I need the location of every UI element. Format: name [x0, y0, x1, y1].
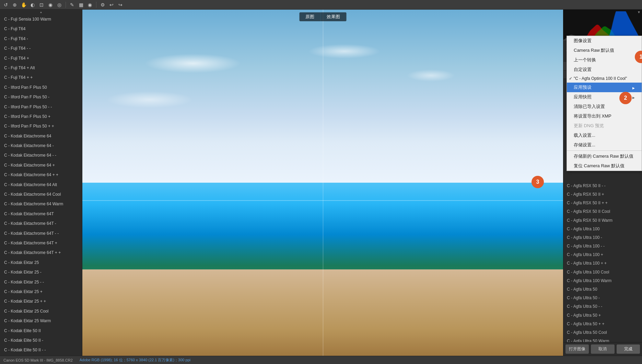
- menu-prev-conversion[interactable]: 上一个转换: [567, 55, 642, 65]
- left-preset-item[interactable]: C - Fuji T64: [0, 24, 82, 34]
- right-preset-item[interactable]: C - Agfa RSX 50 II - -: [563, 182, 642, 190]
- left-preset-item[interactable]: C - Kodak Ektar 25 -: [0, 267, 82, 277]
- tool-rotate[interactable]: ↺: [2, 1, 10, 9]
- left-preset-item[interactable]: C - Kodak Ektachrome 64 - -: [0, 150, 82, 160]
- left-preset-item[interactable]: C - Kodak Ektachrome 64T + +: [0, 248, 82, 257]
- left-preset-item[interactable]: C - Kodak Ektachrome 64T +: [0, 238, 82, 248]
- left-preset-item[interactable]: C - Kodak Ektachrome 64: [0, 131, 82, 141]
- apply-preset-arrow: [632, 85, 635, 90]
- menu-agfa-optima[interactable]: "C - Agfa Optima 100 II Cool": [567, 74, 642, 83]
- badge-3[interactable]: 3: [532, 176, 544, 188]
- right-preset-item[interactable]: C - Agfa Ultra 50: [563, 285, 642, 294]
- right-panel: 1 ▼ R: — f/2.8 1/4000 秒 G: — ISO 100 24-…: [563, 10, 642, 356]
- left-preset-item[interactable]: C - Kodak Ektachrome 64 Cool: [0, 190, 82, 199]
- right-preset-item[interactable]: C - Agfa Ultra 100: [563, 225, 642, 233]
- left-preset-item[interactable]: C - Kodak Ektachrome 64 -: [0, 141, 82, 150]
- left-preset-item[interactable]: C - Kodak Ektachrome 64 +: [0, 160, 82, 170]
- right-preset-item[interactable]: C - Agfa Ultra 100 - -: [563, 242, 642, 251]
- left-preset-item[interactable]: C - Ilford Pan F Plus 50 - -: [0, 102, 82, 112]
- left-preset-item[interactable]: C - Ilford Pan F Plus 50: [0, 83, 82, 92]
- left-preset-item[interactable]: C - Fuji T64 -: [0, 34, 82, 44]
- left-preset-item[interactable]: C - Fuji T64 + Alt: [0, 63, 82, 73]
- tool-redeye[interactable]: ◎: [56, 1, 63, 9]
- right-preset-item[interactable]: C - Agfa Ultra 50 -: [563, 294, 642, 302]
- left-preset-item[interactable]: C - Fuji Sensia 100 Warm: [0, 14, 82, 24]
- menu-clear-settings[interactable]: 清除已导入设置: [567, 102, 642, 111]
- tool-crop[interactable]: ⊡: [38, 1, 45, 9]
- right-presets-list: C - Agfa RSX 50 II - -C - Agfa RSX 50 II…: [563, 182, 642, 342]
- left-preset-item[interactable]: C - Kodak Ektar 25 + +: [0, 296, 82, 306]
- tool-brush[interactable]: ✎: [68, 1, 76, 9]
- left-preset-item[interactable]: C - Fuji T64 +: [0, 53, 82, 63]
- right-preset-item[interactable]: C - Agfa RSX 50 II Cool: [563, 207, 642, 216]
- left-preset-item[interactable]: C - Ilford Pan F Plus 50 + +: [0, 121, 82, 131]
- right-preset-item[interactable]: C - Agfa Ultra 100 Cool: [563, 268, 642, 277]
- left-preset-item[interactable]: C - Kodak Ektachrome 64 Warm: [0, 199, 82, 209]
- left-preset-item[interactable]: C - Fuji T64 - -: [0, 44, 82, 53]
- separator-1: [66, 2, 66, 8]
- right-preset-item[interactable]: C - Agfa Ultra 50 +: [563, 311, 642, 320]
- left-preset-item[interactable]: C - Ilford Pan F Plus 50 -: [0, 92, 82, 102]
- right-preset-item[interactable]: C - Agfa RSX 50 II Warm: [563, 216, 642, 225]
- tool-retouch[interactable]: ◉: [47, 1, 54, 9]
- dropdown-menu: 图像设置 Camera Raw 默认值 上一个转换 自定设置 "C - Agfa…: [567, 36, 642, 171]
- menu-load-settings[interactable]: 载入设置...: [567, 131, 642, 140]
- tool-settings[interactable]: ⚙: [99, 1, 106, 9]
- scroll-up-button[interactable]: ▲: [0, 10, 82, 14]
- left-preset-item[interactable]: C - Kodak Ektachrome 64 Alt: [0, 180, 82, 190]
- left-preset-item[interactable]: C - Kodak Ektar 25 Cool: [0, 306, 82, 316]
- tool-redo[interactable]: ↪: [117, 1, 124, 9]
- tab-original[interactable]: 原图: [299, 12, 320, 21]
- left-preset-item[interactable]: C - Kodak Ektar 25 - -: [0, 277, 82, 287]
- menu-save-settings[interactable]: 存储设置...: [567, 140, 642, 150]
- split-line: [323, 10, 323, 356]
- tool-undo[interactable]: ↩: [108, 1, 115, 9]
- left-preset-item[interactable]: C - Fuji T64 + +: [0, 73, 82, 82]
- left-preset-item[interactable]: C - Kodak Ektachrome 64T: [0, 209, 82, 219]
- left-preset-item[interactable]: C - Kodak Ektachrome 64T -: [0, 219, 82, 228]
- left-presets-panel: ▲ C - Fuji Sensia 100 WarmC - Fuji T64C …: [0, 10, 82, 356]
- right-preset-item[interactable]: C - Agfa RSX 50 II +: [563, 190, 642, 199]
- left-preset-item[interactable]: C - Kodak Elite 50 II -: [0, 336, 82, 345]
- right-preset-item[interactable]: C - Agfa Ultra 100 +: [563, 251, 642, 259]
- menu-save-new-default[interactable]: 存储新的 Camera Raw 默认值: [567, 151, 642, 161]
- left-preset-item[interactable]: C - Kodak Ektar 25: [0, 258, 82, 267]
- left-preset-item[interactable]: C - Kodak Ektachrome 64 + +: [0, 170, 82, 180]
- menu-custom-settings[interactable]: 自定设置: [567, 65, 642, 74]
- menu-export-xmp[interactable]: 将设置导出到 XMP: [567, 111, 642, 121]
- left-preset-item[interactable]: C - Kodak Ektar 25 Warm: [0, 316, 82, 326]
- tool-wb[interactable]: ◐: [29, 1, 36, 9]
- right-preset-item[interactable]: C - Agfa Ultra 100 Warm: [563, 277, 642, 285]
- right-preset-item[interactable]: C - Agfa RSX 50 II + +: [563, 199, 642, 207]
- menu-update-dng: 更新 DNG 预览: [567, 121, 642, 131]
- left-preset-item[interactable]: C - Kodak Ektachrome 64T - -: [0, 229, 82, 238]
- right-preset-item[interactable]: C - Agfa Ultra 50 + +: [563, 320, 642, 328]
- tool-gradient[interactable]: ▦: [77, 1, 85, 9]
- menu-apply-preset[interactable]: 应用预设: [567, 83, 642, 92]
- right-preset-item[interactable]: C - Agfa Ultra 50 - -: [563, 302, 642, 311]
- tool-radial[interactable]: ◉: [86, 1, 94, 9]
- tool-hand[interactable]: ✋: [20, 1, 27, 9]
- open-image-button[interactable]: 打开图像: [565, 344, 589, 354]
- right-preset-item[interactable]: C - Agfa Ultra 100 + +: [563, 259, 642, 268]
- color-info-link[interactable]: Adobe RGB (1998); 16 位；5760 x 3840 (22.1…: [80, 357, 190, 363]
- menu-image-settings[interactable]: 图像设置: [567, 36, 642, 46]
- done-button[interactable]: 完成: [617, 344, 640, 354]
- left-preset-item[interactable]: C - Kodak Ektar 25 +: [0, 287, 82, 296]
- right-preset-item[interactable]: C - Agfa Ultra 50 Warm: [563, 337, 642, 342]
- apply-snapshot-arrow: [632, 95, 635, 100]
- left-preset-item[interactable]: C - Kodak Elite 50 II - -: [0, 345, 82, 355]
- menu-camera-raw-default[interactable]: Camera Raw 默认值: [567, 46, 642, 55]
- right-preset-item[interactable]: C - Agfa Ultra 100 -: [563, 233, 642, 242]
- tool-zoom[interactable]: ⊕: [11, 1, 19, 9]
- tab-result[interactable]: 效果图: [320, 12, 346, 21]
- left-preset-item[interactable]: C - Ilford Pan F Plus 50 +: [0, 112, 82, 121]
- cancel-button[interactable]: 取消: [591, 344, 614, 354]
- right-preset-item[interactable]: C - Agfa Ultra 50 Cool: [563, 328, 642, 337]
- camera-model: Canon EOS 5D Mark III - IMG_8858.CR2: [3, 358, 73, 362]
- badge-2[interactable]: 2: [619, 92, 632, 104]
- left-preset-item[interactable]: C - Kodak Elite 50 II: [0, 326, 82, 336]
- menu-reset-default[interactable]: 复位 Camera Raw 默认值: [567, 161, 642, 171]
- beach-image: [82, 10, 563, 356]
- menu-separator: [567, 150, 642, 151]
